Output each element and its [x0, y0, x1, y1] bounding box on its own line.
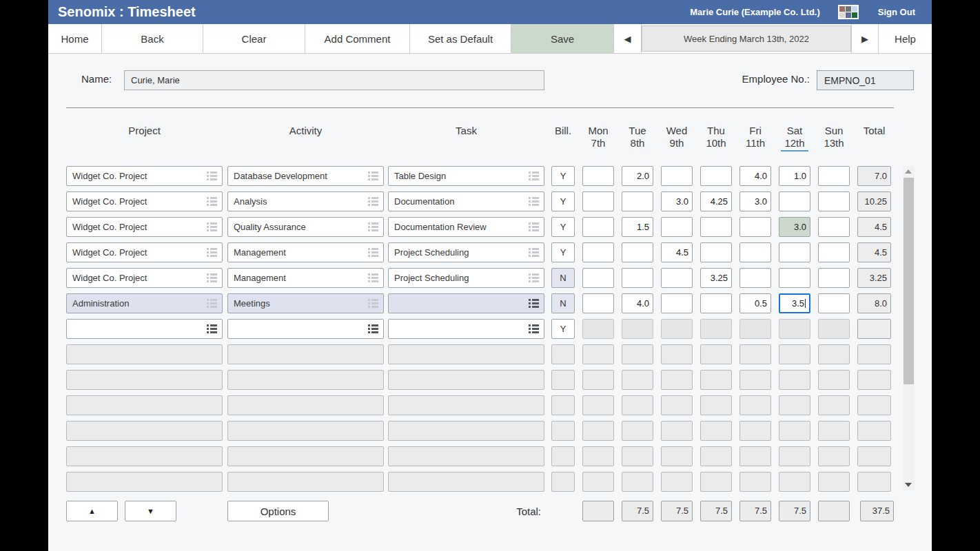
hour-cell[interactable]: [818, 166, 850, 186]
task-field[interactable]: Documentation: [388, 191, 544, 211]
hour-cell[interactable]: [700, 166, 732, 186]
list-picker-icon[interactable]: [207, 299, 217, 308]
bill-cell[interactable]: Y: [551, 242, 575, 262]
hour-cell[interactable]: [739, 268, 771, 288]
vertical-scrollbar[interactable]: [903, 166, 915, 490]
list-picker-icon[interactable]: [529, 248, 539, 257]
project-field[interactable]: Widget Co. Project: [66, 191, 223, 211]
list-picker-icon[interactable]: [368, 222, 378, 231]
hour-cell[interactable]: [739, 242, 771, 262]
hour-cell[interactable]: 1.0: [779, 166, 810, 186]
task-field[interactable]: Documentation Review: [388, 217, 544, 237]
week-ending-selector[interactable]: Week Ending March 13th, 2022: [642, 25, 851, 52]
list-picker-icon[interactable]: [207, 273, 217, 282]
hour-cell[interactable]: [818, 268, 850, 288]
list-picker-icon[interactable]: [368, 248, 378, 257]
activity-field[interactable]: Management: [227, 242, 384, 262]
task-field[interactable]: Project Scheduling: [388, 242, 544, 262]
hour-cell[interactable]: [622, 268, 653, 288]
add-comment-button[interactable]: Add Comment: [305, 24, 410, 53]
scrollbar-thumb[interactable]: [904, 178, 914, 384]
hour-cell[interactable]: 1.5: [622, 217, 653, 237]
list-picker-icon[interactable]: [529, 273, 539, 282]
hour-cell[interactable]: [739, 217, 771, 237]
next-week-icon[interactable]: ▶: [852, 24, 879, 53]
hour-cell[interactable]: [818, 242, 850, 262]
scroll-down-icon[interactable]: [905, 483, 912, 487]
list-picker-icon[interactable]: [207, 324, 217, 333]
project-field[interactable]: Widget Co. Project: [66, 268, 223, 288]
hour-cell[interactable]: 4.0: [739, 166, 771, 186]
bill-cell[interactable]: N: [551, 268, 575, 288]
activity-field[interactable]: [227, 319, 384, 339]
activity-field[interactable]: Quality Assurance: [227, 217, 384, 237]
list-picker-icon[interactable]: [368, 299, 378, 308]
project-field[interactable]: Administration: [66, 293, 223, 313]
move-row-up-button[interactable]: ▲: [66, 501, 118, 521]
previous-week-icon[interactable]: ◀: [614, 24, 642, 53]
hour-cell[interactable]: [779, 268, 810, 288]
hour-cell[interactable]: [779, 242, 810, 262]
hour-cell[interactable]: [818, 293, 850, 313]
hour-cell[interactable]: 3.0: [661, 191, 693, 211]
hour-cell[interactable]: [700, 242, 732, 262]
list-picker-icon[interactable]: [207, 248, 217, 257]
bill-cell[interactable]: N: [551, 293, 575, 313]
list-picker-icon[interactable]: [207, 197, 217, 206]
list-picker-icon[interactable]: [529, 222, 539, 231]
bill-cell[interactable]: Y: [551, 217, 575, 237]
set-as-default-button[interactable]: Set as Default: [410, 24, 511, 53]
bill-cell[interactable]: Y: [551, 191, 575, 211]
bill-cell[interactable]: Y: [551, 166, 575, 186]
hour-cell[interactable]: 4.5: [661, 242, 693, 262]
hour-cell[interactable]: [622, 191, 653, 211]
hour-cell[interactable]: [582, 191, 614, 211]
task-field[interactable]: Table Design: [388, 166, 544, 186]
bill-cell[interactable]: Y: [551, 319, 575, 339]
list-picker-icon[interactable]: [529, 197, 539, 206]
hour-cell[interactable]: [661, 293, 693, 313]
hour-cell[interactable]: 4.25: [700, 191, 732, 211]
name-field[interactable]: Curie, Marie: [124, 70, 544, 90]
hour-cell[interactable]: [622, 242, 653, 262]
activity-field[interactable]: Database Development: [227, 166, 384, 186]
home-button[interactable]: Home: [48, 24, 102, 53]
hour-cell[interactable]: [700, 217, 732, 237]
list-picker-icon[interactable]: [207, 222, 217, 231]
employee-no-field[interactable]: EMPNO_01: [817, 70, 914, 90]
project-field[interactable]: Widget Co. Project: [66, 217, 223, 237]
hour-cell[interactable]: [661, 166, 693, 186]
hour-cell[interactable]: 4.0: [622, 293, 653, 313]
hour-cell[interactable]: [582, 242, 614, 262]
list-picker-icon[interactable]: [368, 273, 378, 282]
activity-field[interactable]: Meetings: [227, 293, 384, 313]
hour-cell[interactable]: [661, 217, 693, 237]
task-field[interactable]: [388, 319, 544, 339]
clear-button[interactable]: Clear: [203, 24, 305, 53]
hour-cell[interactable]: 3.25: [700, 268, 732, 288]
hour-cell[interactable]: [661, 268, 693, 288]
project-field[interactable]: Widget Co. Project: [66, 242, 223, 262]
task-field[interactable]: [388, 293, 544, 313]
list-picker-icon[interactable]: [207, 171, 217, 180]
hour-cell[interactable]: [779, 191, 810, 211]
list-picker-icon[interactable]: [529, 324, 539, 333]
hour-cell[interactable]: [582, 217, 614, 237]
project-field[interactable]: [66, 319, 223, 339]
scroll-up-icon[interactable]: [905, 169, 912, 174]
list-picker-icon[interactable]: [368, 324, 378, 333]
color-grid-icon[interactable]: [838, 5, 859, 19]
hour-cell[interactable]: [700, 293, 732, 313]
move-row-down-button[interactable]: ▼: [125, 501, 176, 521]
options-button[interactable]: Options: [227, 501, 329, 521]
hour-cell[interactable]: 3.5: [779, 293, 810, 313]
list-picker-icon[interactable]: [529, 299, 539, 308]
hour-cell[interactable]: [818, 191, 850, 211]
task-field[interactable]: Project Scheduling: [388, 268, 544, 288]
hour-cell[interactable]: [582, 293, 614, 313]
list-picker-icon[interactable]: [529, 171, 539, 180]
hour-cell[interactable]: 3.0: [739, 191, 771, 211]
activity-field[interactable]: Analysis: [227, 191, 384, 211]
activity-field[interactable]: Management: [227, 268, 384, 288]
hour-cell[interactable]: 3.0: [779, 217, 810, 237]
